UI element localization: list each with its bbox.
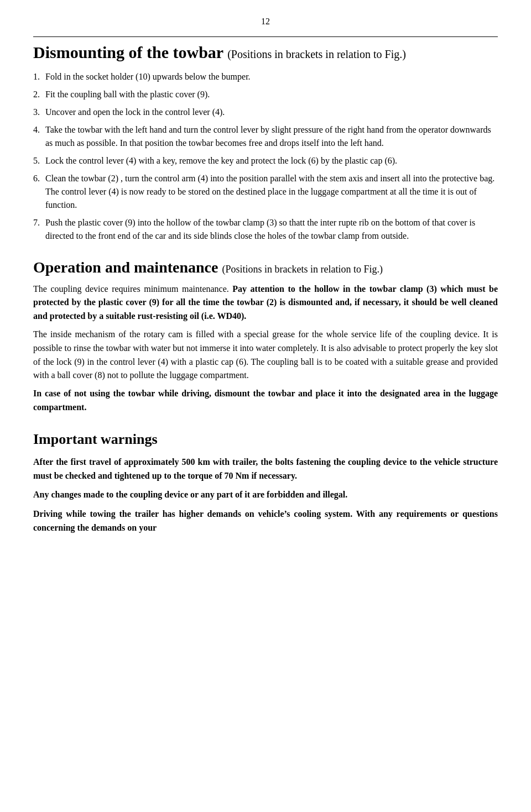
warnings-section: Important warnings After the first trave…: [33, 431, 498, 535]
list-item-num: 3.: [33, 106, 45, 119]
list-item: 2.Fit the coupling ball with the plastic…: [33, 88, 498, 101]
warnings-title: Important warnings: [33, 431, 498, 448]
list-item-text: Take the towbar with the left hand and t…: [45, 123, 498, 150]
operation-subtitle: (Positions in brackets in relation to Fi…: [222, 264, 382, 275]
top-divider: [33, 36, 498, 37]
operation-para1: The coupling device requires minimum mai…: [33, 282, 498, 323]
dismounting-subtitle: (Positions in brackets in relation to Fi…: [227, 48, 406, 60]
list-item-text: Push the plastic cover (9) into the holl…: [45, 216, 498, 243]
list-item: 7.Push the plastic cover (9) into the ho…: [33, 216, 498, 243]
operation-title-bold: Operation and maintenance: [33, 259, 218, 276]
operation-title: Operation and maintenance (Positions in …: [33, 258, 498, 277]
warning3: Driving while towing the trailer has hig…: [33, 507, 498, 535]
list-item-text: Fold in the socket holder (10) upwards b…: [45, 70, 498, 83]
dismounting-title-bold: Dismounting of the towbar: [33, 43, 223, 61]
list-item-text: Uncover and open the lock in the control…: [45, 106, 498, 119]
list-item: 4.Take the towbar with the left hand and…: [33, 123, 498, 150]
list-item-text: Clean the towbar (2) , turn the control …: [45, 172, 498, 212]
dismounting-list: 1.Fold in the socket holder (10) upwards…: [33, 70, 498, 243]
list-item: 1.Fold in the socket holder (10) upwards…: [33, 70, 498, 83]
list-item-num: 5.: [33, 154, 45, 167]
operation-para3: In case of not using the towbar while dr…: [33, 387, 498, 415]
warning2: Any changes made to the coupling device …: [33, 488, 498, 502]
list-item: 3.Uncover and open the lock in the contr…: [33, 106, 498, 119]
list-item-num: 7.: [33, 216, 45, 229]
operation-para2: The inside mechanism of the rotary cam i…: [33, 328, 498, 383]
page: 12 Dismounting of the towbar (Positions …: [0, 0, 531, 812]
list-item-num: 1.: [33, 70, 45, 83]
list-item-text: Lock the control lever (4) with a key, r…: [45, 154, 498, 167]
list-item-num: 2.: [33, 88, 45, 101]
list-item: 6.Clean the towbar (2) , turn the contro…: [33, 172, 498, 212]
list-item: 5.Lock the control lever (4) with a key,…: [33, 154, 498, 167]
list-item-num: 4.: [33, 123, 45, 137]
dismounting-title: Dismounting of the towbar (Positions in …: [33, 43, 498, 62]
list-item-text: Fit the coupling ball with the plastic c…: [45, 88, 498, 101]
warning1: After the first travel of approximately …: [33, 455, 498, 483]
list-item-num: 6.: [33, 172, 45, 185]
page-number: 12: [33, 17, 498, 27]
operation-para1-normal: The coupling device requires minimum mai…: [33, 284, 229, 294]
